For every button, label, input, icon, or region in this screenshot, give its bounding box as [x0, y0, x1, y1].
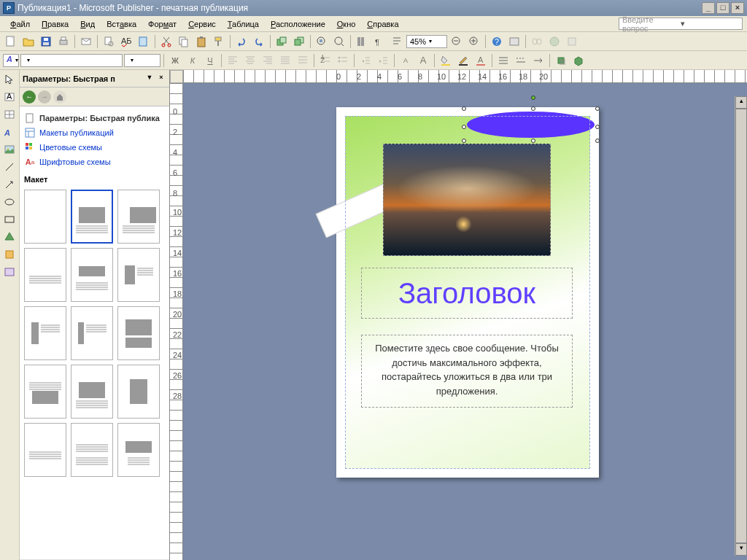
web-gallery-button[interactable] [506, 34, 522, 50]
layout-thumb[interactable] [71, 306, 113, 360]
layout-thumb[interactable] [117, 248, 160, 302]
paste-button[interactable] [193, 34, 209, 50]
print-preview-button[interactable] [101, 34, 117, 50]
autoshapes-tool[interactable] [1, 229, 18, 245]
ruler-vertical[interactable]: 024 6810 121416 182022 242628 [170, 83, 183, 560]
zoom-out-button[interactable] [449, 34, 465, 50]
layout-thumb[interactable] [117, 365, 160, 419]
undo-button[interactable] [233, 34, 249, 50]
bring-front-button[interactable] [274, 34, 290, 50]
copy-button[interactable] [176, 34, 192, 50]
special-chars-button[interactable] [389, 34, 405, 50]
numbering-button[interactable]: 12 [317, 52, 333, 69]
taskpane-close-button[interactable]: × [156, 74, 166, 84]
zoom-fit-button[interactable] [314, 34, 330, 50]
layout-thumb[interactable] [24, 190, 66, 244]
italic-button[interactable]: К [185, 52, 201, 69]
layout-thumb[interactable] [24, 365, 66, 419]
canvas[interactable]: Заголовок Поместите здесь свое сообщение… [183, 83, 747, 560]
forward-button[interactable]: → [38, 90, 51, 104]
layout-thumb[interactable] [117, 190, 160, 244]
back-button[interactable]: ← [23, 90, 36, 104]
wordart-tool[interactable]: A [1, 124, 18, 140]
layout-thumb[interactable] [117, 423, 160, 477]
mail-button[interactable] [78, 34, 94, 50]
layout-thumb[interactable] [24, 306, 66, 360]
ruler-horizontal[interactable]: 024 6810 121416 1820 [183, 70, 747, 83]
new-button[interactable] [3, 34, 19, 50]
textbox-tool[interactable]: A [1, 89, 18, 105]
oval-tool[interactable] [1, 194, 18, 210]
menu-format[interactable]: Формат [142, 18, 182, 30]
font-size-combo[interactable]: ▾ [124, 54, 160, 67]
layout-thumb[interactable] [117, 306, 160, 360]
design-gallery-tool[interactable] [1, 264, 18, 280]
scroll-track[interactable] [735, 109, 747, 543]
fill-color-button[interactable] [438, 52, 454, 69]
menu-insert[interactable]: Вставка [101, 18, 142, 30]
layout-thumb[interactable] [24, 423, 66, 477]
minimize-button[interactable]: _ [702, 2, 715, 14]
bold-button[interactable]: Ж [167, 52, 183, 69]
menu-tools[interactable]: Сервис [182, 18, 222, 30]
decrease-font-button[interactable]: A [398, 52, 414, 69]
bullets-button[interactable] [335, 52, 351, 69]
line-color-button[interactable] [455, 52, 471, 69]
layout-thumb[interactable] [71, 190, 113, 244]
bookmark-tool[interactable] [1, 246, 18, 262]
distribute-button[interactable] [295, 52, 311, 69]
format-painter-button[interactable] [211, 34, 227, 50]
vertical-scrollbar[interactable]: ▴ ▾ [735, 96, 747, 556]
home-button[interactable] [53, 90, 66, 104]
layout-thumb[interactable] [71, 248, 113, 302]
align-right-button[interactable] [260, 52, 276, 69]
layout-thumb[interactable] [71, 365, 113, 419]
link-params[interactable]: Параметры: Быстрая публика [24, 111, 165, 125]
taskpane-menu-button[interactable]: ▼ [144, 74, 155, 84]
link-fonts[interactable]: Aa Шрифтовые схемы [24, 155, 165, 169]
align-center-button[interactable] [242, 52, 258, 69]
paragraph-button[interactable]: ¶ [371, 34, 387, 50]
zoom-page-button[interactable] [331, 34, 347, 50]
cut-button[interactable] [158, 34, 174, 50]
font-combo[interactable]: ▾ [20, 54, 123, 67]
document-page[interactable]: Заголовок Поместите здесь свое сообщение… [336, 107, 599, 478]
shadow-button[interactable] [553, 52, 569, 69]
menu-window[interactable]: Окно [331, 18, 362, 30]
line-tool[interactable] [1, 159, 18, 175]
styles-combo[interactable]: A▾ [3, 54, 19, 67]
link-colors[interactable]: Цветовые схемы [24, 140, 165, 155]
select-tool[interactable] [1, 71, 18, 88]
justify-button[interactable] [277, 52, 293, 69]
increase-font-button[interactable]: A [415, 52, 431, 69]
help-search-box[interactable]: Введите вопрос ▾ [619, 18, 743, 30]
align-left-button[interactable] [225, 52, 241, 69]
3d-button[interactable] [570, 52, 587, 69]
spellcheck-button[interactable]: AБВ [118, 34, 134, 50]
redo-button[interactable] [251, 34, 267, 50]
rectangle-tool[interactable] [1, 211, 18, 228]
maximize-button[interactable]: □ [716, 2, 729, 14]
scroll-up-button[interactable]: ▴ [735, 96, 747, 109]
line-style-button[interactable] [495, 52, 511, 69]
scroll-down-button[interactable]: ▾ [735, 543, 747, 556]
columns-button[interactable] [354, 34, 370, 50]
decrease-indent-button[interactable] [357, 52, 374, 69]
menu-table[interactable]: Таблица [222, 18, 265, 30]
menu-arrange[interactable]: Расположение [265, 18, 331, 30]
font-color-button[interactable]: A [473, 52, 489, 69]
menu-help[interactable]: Справка [361, 18, 404, 30]
zoom-in-button[interactable] [466, 34, 482, 50]
print-button[interactable] [55, 34, 71, 50]
open-button[interactable] [20, 34, 36, 50]
send-back-button[interactable] [291, 34, 307, 50]
layout-thumb[interactable] [24, 248, 66, 302]
research-button[interactable] [136, 34, 152, 50]
menu-view[interactable]: Вид [74, 18, 101, 30]
layout-thumb[interactable] [71, 423, 113, 477]
menu-edit[interactable]: Правка [36, 18, 74, 30]
zoom-combo[interactable]: 45% ▾ [406, 35, 447, 48]
picture-tool[interactable] [1, 141, 18, 158]
menu-file[interactable]: Файл [4, 18, 36, 30]
close-button[interactable]: × [731, 2, 744, 14]
